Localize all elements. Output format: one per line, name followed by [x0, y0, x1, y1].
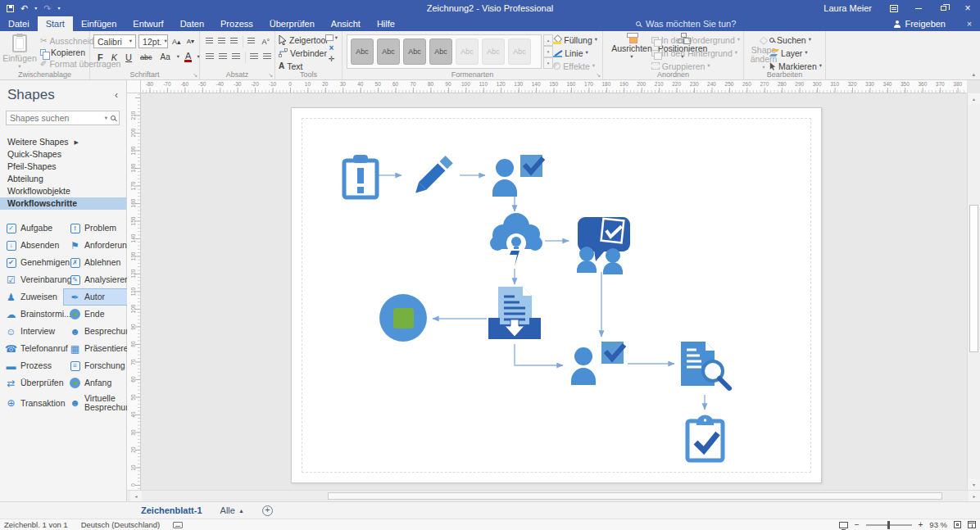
style-swatch[interactable]: Abc [508, 39, 531, 65]
stencil-item-transaktion[interactable]: ⊕ Transaktion [0, 392, 64, 414]
stencil-item-forschung[interactable]: ≡ Forschung [64, 358, 127, 374]
find-button[interactable]: Suchen ▾ [769, 34, 822, 46]
collapse-ribbon-icon[interactable]: ▴ [972, 71, 975, 78]
stencil-item-aufgabe[interactable]: ✓ Aufgabe [0, 220, 64, 236]
collapse-panel-icon[interactable]: ‹ [115, 89, 118, 101]
search-dropdown-icon[interactable]: ▾ [105, 116, 107, 121]
stencil-item-ende[interactable]: ■ Ende [64, 306, 127, 322]
bullet-list-icon[interactable] [247, 38, 255, 45]
font-color-button[interactable]: A [184, 52, 192, 62]
tab-ueberpruefen[interactable]: Überprüfen [261, 16, 323, 31]
stencil-item-ueberpruefen[interactable]: ⇄ Überprüfen [0, 375, 64, 391]
gallery-down-button[interactable]: ▾ [543, 46, 553, 57]
scroll-up-icon[interactable]: ▴ [968, 93, 980, 104]
category-weitere-shapes[interactable]: Weitere Shapes ▶ [0, 136, 126, 148]
tab-start[interactable]: Start [38, 16, 73, 31]
stencil-item-besprechung[interactable]: ☻ Besprechung [64, 324, 127, 339]
shapes-search-input[interactable] [10, 113, 102, 123]
align-bottom-icon[interactable] [230, 38, 238, 45]
stencil-item-analysieren[interactable]: ✎ Analysieren [64, 272, 127, 288]
style-swatch[interactable]: Abc [403, 39, 426, 65]
drawing-viewport[interactable] [141, 93, 967, 490]
decrease-indent-icon[interactable] [250, 53, 258, 61]
align-right-icon[interactable] [232, 53, 240, 61]
horizontal-scrollbar[interactable]: ◂ ▸ [127, 490, 980, 501]
zoom-level[interactable]: 93 % [929, 520, 947, 529]
shapes-search-box[interactable]: ▾ [6, 111, 120, 125]
category-workflowobjekte[interactable]: Workflowobjekte [0, 185, 126, 197]
minimize-button[interactable] [906, 0, 931, 16]
fit-page-icon[interactable] [954, 521, 961, 528]
text-rotate-icon[interactable]: A° [260, 38, 271, 46]
absenden-document-shape[interactable] [488, 287, 541, 339]
tell-me-search[interactable]: Was möchten Sie tun? [636, 16, 736, 31]
undo-dropdown-icon[interactable]: ▾ [34, 6, 37, 11]
italic-button[interactable]: K [110, 52, 119, 62]
gallery-more-button[interactable]: ▾ [543, 57, 553, 69]
page-status[interactable]: Zeichenbl. 1 von 1 [4, 520, 68, 529]
ribbon-display-options-button[interactable] [882, 0, 906, 16]
gallery-up-button[interactable]: ▴ [543, 34, 553, 46]
connection-cancel-icon[interactable]: × [329, 44, 333, 52]
presentation-mode-icon[interactable] [839, 522, 848, 528]
category-workflowschritte[interactable]: Workflowschritte [0, 197, 126, 210]
vertical-scrollbar[interactable]: ▴ ▾ [967, 93, 980, 490]
align-middle-icon[interactable] [218, 38, 225, 45]
horizontal-scroll-thumb[interactable] [328, 492, 942, 500]
category-abteilung[interactable]: Abteilung [0, 173, 126, 185]
align-top-icon[interactable] [206, 38, 213, 45]
send-to-back-button[interactable]: In den Hintergrund ▾ [651, 47, 740, 59]
stencil-item-absenden[interactable]: ↓ Absenden [0, 238, 64, 253]
layers-button[interactable]: Layer ▾ [769, 47, 822, 59]
switch-windows-icon[interactable] [968, 521, 976, 528]
category-pfeil-shapes[interactable]: Pfeil-Shapes [0, 161, 126, 173]
close-button[interactable]: × [955, 0, 980, 16]
paste-button[interactable]: Einfügen ▾ [3, 34, 36, 69]
align-button[interactable]: Ausrichten ▾ [606, 31, 657, 60]
scroll-left-icon[interactable]: ◂ [130, 491, 142, 501]
autor-pen-shape[interactable] [412, 156, 453, 197]
fill-button[interactable]: Füllung ▾ [553, 34, 597, 46]
page-tab-zeichenblatt-1[interactable]: Zeichenblatt-1 [141, 505, 202, 515]
font-size-select[interactable]: 12pt. ▾ [138, 34, 168, 48]
line-button[interactable]: Linie ▾ [553, 47, 597, 59]
stencil-item-genehmigen[interactable]: ✔ Genehmigen [0, 255, 64, 270]
connector-7[interactable] [515, 344, 563, 365]
grow-font-button[interactable]: A▴ [170, 38, 183, 46]
stencil-item-prozess[interactable]: ▬ Prozess [0, 358, 64, 374]
ende-circle-shape[interactable] [379, 294, 427, 342]
add-page-button[interactable]: + [262, 505, 273, 516]
rectangle-tool-button[interactable]: ▾ [325, 34, 338, 41]
strikethrough-button[interactable]: abc [138, 53, 154, 61]
tab-ansicht[interactable]: Ansicht [323, 16, 369, 31]
stencil-item-telefonanruf[interactable]: ☎ Telefonanruf [0, 341, 64, 356]
zoom-slider[interactable] [866, 524, 912, 526]
stencil-item-vereinbarung[interactable]: ☑ Vereinbarung [0, 272, 64, 288]
category-quick-shapes[interactable]: Quick-Shapes [0, 148, 126, 161]
user-name[interactable]: Laura Meier [814, 3, 882, 13]
stencil-item-anforderung[interactable]: ⚑ Anforderung [64, 238, 127, 253]
share-button[interactable]: Freigeben [893, 16, 959, 31]
bring-to-front-button[interactable]: In den Vordergrund ▾ [651, 34, 740, 46]
bold-button[interactable]: F [96, 52, 105, 62]
brainstorming-cloud-shape[interactable] [490, 213, 542, 266]
zoom-slider-thumb[interactable] [887, 521, 890, 529]
stencil-item-anfang[interactable]: ■ Anfang [64, 375, 127, 391]
tab-entwurf[interactable]: Entwurf [125, 16, 171, 31]
stencil-item-brainstorming[interactable]: ☁ Brainstormi... [0, 306, 64, 322]
language-status[interactable]: Deutsch (Deutschland) [81, 520, 161, 529]
undo-icon[interactable]: ↶ [20, 4, 28, 13]
stencil-item-interview[interactable]: ☺ Interview [0, 324, 64, 339]
stencil-item-virtuelle-besprechung[interactable]: ☻ Virtuelle Besprechung [64, 392, 127, 414]
problem-shape[interactable] [344, 155, 377, 197]
shrink-font-button[interactable]: A▾ [185, 38, 196, 45]
style-swatch[interactable]: Abc [351, 39, 374, 65]
underline-button[interactable]: U [124, 52, 134, 62]
tab-daten[interactable]: Daten [172, 16, 212, 31]
stencil-item-problem[interactable]: ! Problem [64, 220, 127, 236]
stencil-item-praesentieren[interactable]: ▦ Präsentieren [64, 341, 127, 356]
stencil-item-autor[interactable]: ✒ Autor [64, 289, 127, 305]
stencil-item-ablehnen[interactable]: ✗ Ablehnen [64, 255, 127, 270]
aufgabe-clipboard-shape[interactable] [687, 415, 723, 461]
save-icon[interactable] [7, 5, 14, 12]
